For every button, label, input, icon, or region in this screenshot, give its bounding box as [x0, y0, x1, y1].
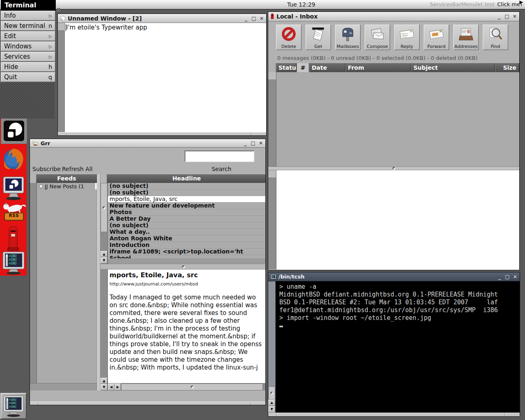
- mail-resizebar[interactable]: [268, 269, 519, 270]
- terminal-screen[interactable]: > uname -aMidnightBSD defiant.midnightbs…: [276, 281, 520, 413]
- typewriter-text-area[interactable]: I'm etoile's Typewriter app: [65, 23, 266, 132]
- scroll-knob[interactable]: [100, 183, 107, 232]
- mailboxes-button[interactable]: Mailboxes: [335, 25, 361, 50]
- message-list-scrollbar[interactable]: [268, 72, 276, 167]
- column-header-number[interactable]: #: [297, 63, 309, 72]
- menu-title[interactable]: Terminal: [1, 0, 56, 11]
- maximize-button[interactable]: □: [505, 274, 510, 279]
- menu-item-new-terminal[interactable]: New terminaln: [1, 21, 55, 31]
- menu-item-quit[interactable]: Quitq: [1, 72, 55, 82]
- maximize-button[interactable]: □: [504, 14, 509, 19]
- column-header-date[interactable]: Date: [309, 63, 345, 72]
- menu-item-info[interactable]: Info▷: [1, 11, 55, 21]
- column-header-subject[interactable]: Subject: [411, 63, 495, 72]
- headline-row[interactable]: New feature under development: [108, 203, 266, 209]
- subscribe-button[interactable]: Subscribe: [32, 166, 61, 172]
- headline-row[interactable]: A Better Day: [108, 216, 266, 222]
- scroll-track[interactable]: [100, 232, 107, 251]
- article-url[interactable]: http://www.justjournal.com/users/mbsd: [110, 281, 266, 287]
- headline-row[interactable]: School: [108, 255, 266, 258]
- scroll-up-button[interactable]: ▲: [100, 251, 107, 257]
- scroll-knob[interactable]: [268, 72, 276, 80]
- headline-row[interactable]: What a day..: [108, 229, 266, 235]
- article-scrollbar[interactable]: ▲ ▼: [100, 269, 108, 390]
- column-header-status[interactable]: Status: [276, 63, 297, 72]
- scroll-track[interactable]: [100, 269, 107, 378]
- click-me-button[interactable]: Click me: [497, 1, 520, 7]
- menu-item-services[interactable]: Services▷: [1, 52, 55, 62]
- scroll-up-button[interactable]: ▲: [268, 399, 275, 406]
- menu-item-hide[interactable]: Hideh: [1, 62, 55, 72]
- dock-item-etoile[interactable]: [1, 118, 27, 144]
- close-button[interactable]: ✕: [259, 16, 264, 21]
- feeds-hscrollbar[interactable]: [30, 383, 97, 390]
- dock-item-firefox[interactable]: [2, 146, 25, 174]
- headline-row[interactable]: Photos: [108, 209, 266, 216]
- get-button[interactable]: Get: [306, 25, 331, 50]
- terminal-resizebar[interactable]: [268, 413, 520, 416]
- grr-titlebar[interactable]: Grr _ □ ✕: [30, 139, 265, 148]
- article-hscrollbar[interactable]: ◀ ▶: [108, 383, 266, 390]
- headline-row[interactable]: iframe &#1089; <script>top.location='ht: [108, 249, 266, 255]
- maximize-button[interactable]: □: [251, 141, 256, 146]
- dock-item-terminal[interactable]: >GNU >GNU >GNU: [1, 251, 26, 276]
- terminal-scrollbar[interactable]: ▲ ▼: [268, 281, 276, 413]
- scroll-knob[interactable]: [268, 170, 276, 178]
- scroll-knob[interactable]: [268, 386, 275, 399]
- feeds-header[interactable]: Feeds: [37, 174, 97, 183]
- find-button[interactable]: Find: [483, 25, 508, 50]
- typewriter-scrollbar[interactable]: [58, 23, 65, 132]
- scroll-down-button[interactable]: ▼: [268, 406, 275, 413]
- dock-item-grr[interactable]: RSS: [1, 203, 26, 222]
- headline-article-divider[interactable]: [100, 264, 266, 269]
- headline-row[interactable]: (no subject): [108, 183, 266, 189]
- terminal-titlebar[interactable]: /bin/tcsh _ □ ✕: [268, 272, 520, 281]
- headline-header[interactable]: Headline: [107, 174, 266, 183]
- headline-row[interactable]: Introduction: [108, 242, 266, 249]
- scroll-knob[interactable]: [121, 383, 263, 390]
- addresses-button[interactable]: Addresses: [453, 25, 479, 50]
- scroll-track[interactable]: [268, 281, 275, 386]
- minimize-button[interactable]: _: [244, 16, 249, 21]
- headline-row[interactable]: (no subject): [108, 189, 266, 196]
- refresh-all-button[interactable]: Refresh All: [62, 166, 93, 172]
- close-button[interactable]: ✕: [512, 14, 517, 19]
- close-button[interactable]: ✕: [513, 274, 518, 279]
- headline-row[interactable]: mports, Étoile, Java, src: [108, 196, 266, 203]
- dock-item-etoile-monitor[interactable]: [1, 176, 26, 203]
- menu-item-windows[interactable]: Windows▷: [1, 41, 55, 51]
- grr-resizebar[interactable]: [30, 402, 265, 405]
- maximize-button[interactable]: □: [251, 16, 256, 21]
- scroll-down-button[interactable]: ▼: [100, 384, 107, 390]
- terminal-appicon-tile[interactable]: >GNU >GNU >GNU: [0, 393, 27, 419]
- search-input[interactable]: [185, 151, 254, 162]
- minimize-button[interactable]: _: [497, 14, 502, 19]
- minimize-button[interactable]: _: [243, 141, 248, 146]
- close-button[interactable]: ✕: [258, 141, 263, 146]
- scroll-knob[interactable]: [58, 23, 64, 31]
- headline-row[interactable]: (no subject): [108, 222, 266, 229]
- scroll-up-button[interactable]: ▲: [100, 378, 107, 384]
- typewriter-resizebar[interactable]: [58, 132, 266, 135]
- compose-button[interactable]: Compose: [365, 25, 390, 50]
- message-list-body[interactable]: [276, 72, 519, 167]
- scroll-down-button[interactable]: ▼: [100, 257, 107, 264]
- headline-row[interactable]: Anton Rogan White: [108, 235, 266, 242]
- minimize-button[interactable]: _: [497, 274, 502, 279]
- headline-scrollbar[interactable]: ▲ ▼: [100, 183, 108, 264]
- mail-titlebar[interactable]: Local - Inbox _ □ ✕: [268, 12, 519, 21]
- feeds-headline-divider[interactable]: [97, 174, 100, 390]
- reply-button[interactable]: Reply: [394, 25, 420, 50]
- preview-scrollbar[interactable]: [268, 170, 276, 269]
- mail-split-divider[interactable]: [268, 167, 519, 170]
- menu-item-edit[interactable]: Edit▷: [1, 31, 55, 41]
- scroll-right-button[interactable]: ▶: [114, 383, 121, 390]
- dock-item-gnumail[interactable]: [6, 225, 21, 253]
- delete-button[interactable]: Delete: [276, 25, 301, 50]
- scroll-left-button[interactable]: ◀: [108, 383, 114, 390]
- scroll-track[interactable]: [263, 383, 266, 390]
- feeds-scrollbar[interactable]: [30, 183, 37, 383]
- forward-button[interactable]: Forward: [424, 25, 449, 50]
- typewriter-titlebar[interactable]: Unnamed Window - [2] _ □ ✕: [58, 14, 266, 23]
- feed-row[interactable]: JJ New Posts (1: [37, 183, 97, 189]
